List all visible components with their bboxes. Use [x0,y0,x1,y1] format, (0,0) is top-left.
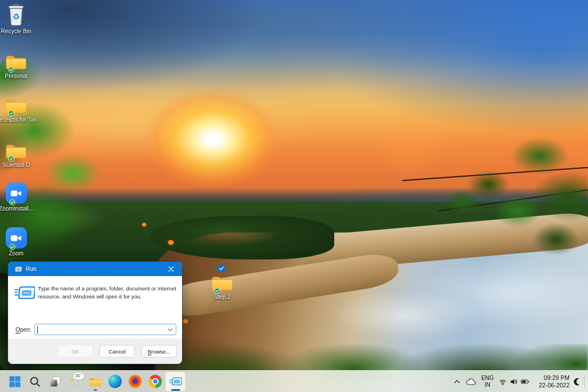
run-app-icon [14,285,35,301]
volume-icon [509,378,518,386]
onedrive-cloud-icon [465,377,476,386]
weather-temp-badge: 31° [74,372,84,379]
sync-badge-icon [8,110,14,117]
show-desktop-button[interactable] [584,375,587,388]
wifi-icon [498,378,507,386]
windows-logo-icon [9,376,21,387]
taskbar-chrome-button[interactable] [145,372,165,391]
desktop-icon-label: Recycle Bin [1,28,32,35]
language-region: IN [485,382,490,389]
taskbar-widgets-button[interactable]: 31° [65,372,85,391]
tray-focus-assist-button[interactable] [571,373,582,390]
run-dialog-message: Type the name of a program, folder, docu… [38,285,180,301]
taskbar-start-button[interactable] [5,372,25,391]
sync-badge-icon [9,244,16,250]
desktop-icon-zoominstall[interactable]: ZoomInstall... [0,180,38,212]
desktop-icon-scientist-d[interactable]: Scientist D [0,136,38,169]
tray-onedrive-button[interactable] [463,373,478,390]
desktop-icon-label: Personal [5,73,27,80]
desktop-icon-personal[interactable]: Personal [0,47,38,80]
task-view-icon [49,375,61,388]
recycle-bin-icon: ♻ [6,3,26,26]
desktop-icon-label: Receipts for Tax [0,117,37,123]
taskbar-edge-button[interactable] [105,372,125,391]
chevron-up-icon [453,378,461,386]
taskbar-taskview-button[interactable] [45,372,65,391]
taskbar-search-button[interactable] [25,372,45,391]
run-dialog-titlebar[interactable]: Run [8,262,182,276]
screen: ♻ Recycle Bin Personal Receipts for Tax … [0,0,588,392]
search-icon [29,376,41,387]
sync-badge-icon [214,288,220,294]
run-dialog-body: Type the name of a program, folder, docu… [8,276,182,339]
run-dialog-footer: OK Cancel Browse... [8,339,182,364]
open-label: Open: [16,327,34,333]
sync-badge-icon [9,199,16,205]
tray-clock[interactable]: 09:29 PM 22-06-2022 [531,373,571,390]
wallpaper-foliage [427,133,588,277]
taskbar-firefox-button[interactable] [125,372,145,391]
wallpaper-flower [142,223,146,227]
sync-badge-icon [8,156,14,162]
taskbar: 31° [0,370,588,392]
close-button[interactable] [165,263,177,275]
desktop-icon-label: Step 2 [214,294,231,301]
tray-status-button[interactable] [497,373,531,390]
sync-badge-icon [8,67,14,73]
desktop-icon-receipts-for-tax[interactable]: Receipts for Tax [0,91,38,123]
moon-icon [572,377,581,386]
close-icon [168,266,174,272]
browse-button[interactable]: Browse... [141,345,177,358]
svg-text:♻: ♻ [13,13,20,22]
selection-checkbox[interactable] [218,265,225,272]
file-explorer-icon [88,376,102,387]
chevron-down-icon[interactable] [168,328,173,332]
open-input[interactable] [34,324,176,335]
language-code: ENG [481,375,494,382]
tray-time: 09:29 PM [544,374,570,382]
run-app-icon [169,377,182,386]
text-caret [37,326,38,333]
chrome-icon [149,375,162,388]
cancel-button[interactable]: Cancel [99,345,135,358]
firefox-icon [129,375,142,388]
desktop-icon-step2[interactable]: Step 2 [201,268,243,301]
desktop-icon-label: ZoomInstall... [0,205,33,212]
run-window-icon [13,266,22,273]
desktop-icon-label: Scientist D [2,162,30,169]
wallpaper-flower [130,176,134,179]
active-window-indicator [171,389,180,391]
ok-button[interactable]: OK [57,345,93,358]
tray-language-switcher[interactable]: ENG IN [478,373,497,390]
desktop-icon-label: Zoom [9,250,24,257]
tray-show-hidden-icons-button[interactable] [451,373,463,390]
taskbar-explorer-button[interactable] [85,372,105,391]
running-indicator [94,389,97,391]
battery-icon [520,378,530,386]
desktop-icon-zoom[interactable]: Zoom [0,224,38,257]
wallpaper-flower [168,240,174,245]
edge-icon [109,375,122,388]
tray-date: 22-06-2022 [539,382,570,389]
desktop-icon-recycle-bin[interactable]: ♻ Recycle Bin [0,2,38,35]
taskbar-run-button[interactable] [165,372,185,391]
run-dialog-window: Run Type the name of a program, folder, … [8,262,182,364]
run-dialog-title: Run [26,266,36,272]
wallpaper-flower [183,319,188,324]
